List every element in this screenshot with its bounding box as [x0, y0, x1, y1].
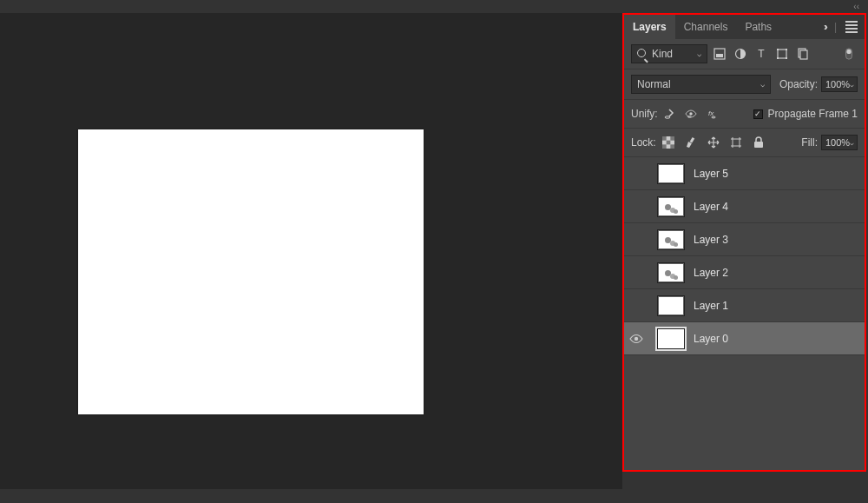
layer-row[interactable]: Layer 4 [624, 190, 865, 223]
chevron-down-icon: ⌵ [760, 80, 765, 89]
chevron-down-icon: ⌵ [850, 139, 854, 147]
svg-point-27 [635, 336, 638, 340]
lock-all-icon[interactable] [750, 134, 767, 151]
filter-row: Kind ⌵ T [624, 39, 865, 69]
propagate-checkbox[interactable] [753, 109, 763, 119]
layers-list: Layer 5Layer 4Layer 3Layer 2Layer 1Layer… [624, 157, 865, 355]
unify-style-icon[interactable]: fx [703, 105, 720, 122]
layers-panel: Layers Channels Paths ›› | Kind ⌵ T Norm… [622, 13, 866, 472]
layer-thumbnail[interactable] [655, 228, 687, 252]
layer-row[interactable]: Layer 3 [624, 223, 865, 256]
bottom-strip [0, 489, 622, 503]
layer-thumbnail[interactable] [655, 162, 687, 186]
svg-rect-19 [662, 136, 667, 141]
layer-row[interactable]: Layer 0 [624, 322, 865, 355]
svg-rect-25 [733, 139, 740, 146]
filter-kind-select[interactable]: Kind ⌵ [631, 44, 707, 63]
layer-name-label[interactable]: Layer 5 [694, 168, 728, 180]
svg-rect-5 [777, 49, 779, 50]
svg-rect-22 [662, 144, 667, 149]
propagate-label: Propagate Frame 1 [768, 108, 858, 120]
layer-row[interactable]: Layer 1 [624, 289, 865, 322]
layer-thumbnail[interactable] [655, 294, 687, 318]
svg-point-12 [846, 50, 851, 54]
filter-shape-icon[interactable] [773, 45, 791, 63]
layer-thumbnail[interactable] [655, 327, 687, 351]
lock-transparency-icon[interactable] [660, 134, 677, 151]
lock-row: Lock: Fill: 100% ⌵ [624, 129, 865, 157]
svg-rect-23 [670, 144, 674, 149]
unify-label: Unify: [631, 108, 658, 120]
filter-pixel-icon[interactable] [711, 45, 728, 63]
unify-visibility-icon[interactable] [682, 105, 700, 122]
svg-point-13 [665, 116, 670, 118]
tab-layers[interactable]: Layers [624, 15, 675, 39]
fill-value: 100% [825, 137, 850, 148]
blend-mode-value: Normal [637, 78, 671, 90]
filter-toggle-switch[interactable] [840, 45, 858, 63]
lock-label: Lock: [631, 136, 656, 149]
chevron-down-icon: ⌵ [850, 81, 854, 89]
panel-menu-icon[interactable] [845, 21, 858, 33]
svg-rect-6 [786, 49, 787, 50]
lock-pixels-icon[interactable] [682, 134, 700, 151]
svg-rect-26 [754, 142, 763, 148]
layer-name-label[interactable]: Layer 4 [694, 201, 728, 213]
filter-adjustment-icon[interactable] [732, 45, 749, 63]
panel-tabs: Layers Channels Paths ›› | [624, 15, 865, 39]
layer-thumbnail[interactable] [655, 195, 687, 219]
layer-name-label[interactable]: Layer 2 [694, 267, 728, 279]
layer-name-label[interactable]: Layer 1 [694, 300, 728, 312]
svg-point-17 [711, 116, 714, 118]
tab-channels[interactable]: Channels [675, 15, 737, 39]
canvas-area [0, 13, 622, 489]
collapse-icon[interactable]: ›› [824, 21, 825, 33]
fill-input[interactable]: 100% ⌵ [821, 135, 858, 150]
layer-row[interactable]: Layer 5 [624, 157, 865, 190]
divider: | [834, 21, 837, 33]
svg-rect-4 [778, 50, 786, 58]
opacity-input[interactable]: 100% ⌵ [821, 76, 858, 92]
svg-rect-8 [786, 57, 787, 59]
opacity-value: 100% [825, 79, 850, 89]
filter-type-icon[interactable]: T [753, 45, 770, 63]
unify-position-icon[interactable] [661, 105, 679, 122]
opacity-label: Opacity: [779, 78, 818, 90]
svg-rect-7 [777, 57, 779, 59]
lock-artboard-icon[interactable] [727, 134, 745, 151]
visibility-toggle[interactable] [624, 334, 648, 344]
unify-row: Unify: fx Propagate Frame 1 [624, 100, 865, 129]
filter-kind-label: Kind [652, 48, 673, 60]
blend-row: Normal ⌵ Opacity: 100% ⌵ [624, 69, 865, 100]
svg-rect-1 [716, 54, 723, 57]
svg-rect-24 [689, 137, 694, 143]
fill-label: Fill: [801, 136, 818, 149]
layer-thumbnail[interactable] [655, 261, 687, 285]
collapse-panel-icon[interactable]: ‹‹ [853, 2, 859, 11]
svg-point-14 [689, 112, 693, 116]
svg-rect-20 [670, 136, 674, 141]
chevron-down-icon: ⌵ [697, 50, 701, 58]
blend-mode-select[interactable]: Normal ⌵ [631, 75, 771, 94]
layer-row[interactable]: Layer 2 [624, 256, 865, 289]
svg-rect-21 [666, 141, 670, 145]
document-canvas[interactable] [78, 129, 424, 414]
filter-smart-icon[interactable] [794, 45, 812, 63]
layer-name-label[interactable]: Layer 3 [694, 234, 728, 246]
lock-position-icon[interactable] [705, 134, 722, 151]
layer-name-label[interactable]: Layer 0 [694, 333, 728, 345]
svg-text:T: T [758, 48, 765, 60]
tab-paths[interactable]: Paths [736, 15, 780, 39]
search-icon [637, 48, 648, 60]
svg-rect-10 [800, 50, 807, 59]
